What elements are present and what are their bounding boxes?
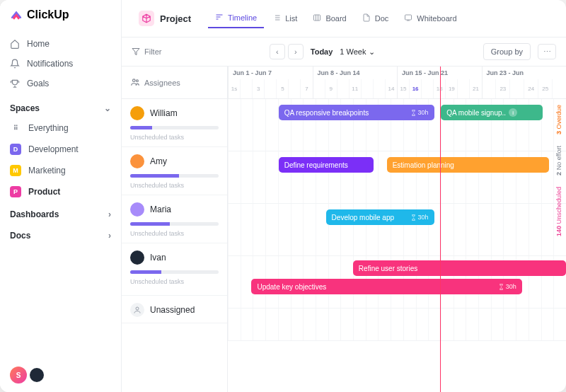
assignee-column: Assignees WilliamUnscheduled tasksAmyUns…: [122, 67, 228, 392]
time-estimate: 30h: [410, 214, 429, 221]
filter-button[interactable]: Filter: [132, 47, 161, 56]
space-chip[interactable]: Project: [132, 7, 198, 30]
sidebar-space-product[interactable]: PProduct: [0, 181, 121, 202]
task-bar[interactable]: QA mobile signup..i: [441, 105, 542, 120]
svg-point-4: [136, 307, 139, 310]
task-bar[interactable]: Estimation planning: [387, 157, 549, 173]
space-badge-icon: D: [10, 144, 21, 155]
task-bar[interactable]: Develop mobile app30h: [326, 209, 434, 225]
view-tab-timeline[interactable]: Timeline: [208, 8, 264, 28]
sidebar-space-marketing[interactable]: MMarketing: [0, 160, 121, 181]
info-icon: i: [509, 108, 517, 117]
timeline-header: Jun 1 - Jun 71s357Jun 8 - Jun 1491114Jun…: [228, 67, 566, 99]
week-label: Jun 23 - Jun: [483, 67, 567, 79]
timeline-row: Refine user storiesUpdate key objectives…: [228, 256, 566, 309]
spaces-header[interactable]: Spaces⌄: [0, 96, 121, 117]
nav-notifications[interactable]: Notifications: [0, 54, 121, 74]
view-tab-board[interactable]: Board: [306, 8, 353, 28]
sidebar-space-development[interactable]: DDevelopment: [0, 139, 121, 160]
today-label[interactable]: Today: [311, 47, 333, 56]
grid-icon: ⠿: [10, 122, 21, 134]
avatar: [130, 250, 144, 265]
chevron-right-icon: ›: [108, 231, 111, 241]
overdue-badge[interactable]: 3 Overdue: [553, 99, 566, 140]
task-bar[interactable]: Define requirements: [279, 157, 374, 173]
chevron-down-icon: ⌄: [369, 47, 375, 57]
nav-goals[interactable]: Goals: [0, 74, 121, 93]
cube-icon: [139, 11, 154, 26]
assignee-row[interactable]: WilliamUnscheduled tasks: [122, 99, 227, 147]
week-label: Jun 1 - Jun 7: [229, 67, 313, 79]
logo-icon: [10, 8, 23, 21]
assignee-header[interactable]: Assignees: [122, 67, 227, 99]
main: Project TimelineListBoardDocWhiteboard F…: [122, 0, 566, 392]
week-label: Jun 8 - Jun 14: [313, 67, 398, 79]
nav-home[interactable]: Home: [0, 34, 121, 54]
timeline-canvas[interactable]: Jun 1 - Jun 71s357Jun 8 - Jun 1491114Jun…: [228, 67, 566, 392]
list-icon: [272, 13, 281, 23]
timeline-next-button[interactable]: ›: [288, 44, 304, 59]
timeline-grid: Assignees WilliamUnscheduled tasksAmyUns…: [122, 67, 566, 392]
progress-bar: [130, 174, 219, 178]
nav-goals-label: Goals: [27, 79, 49, 88]
more-button[interactable]: ⋯: [538, 44, 556, 59]
topbar: Project TimelineListBoardDocWhiteboard: [122, 0, 566, 38]
timeline-prev-button[interactable]: ‹: [270, 44, 285, 59]
space-badge-icon: M: [10, 165, 21, 176]
nav-home-label: Home: [27, 39, 50, 49]
unscheduled-badge[interactable]: 140 Unscheduled: [553, 181, 566, 242]
hourglass-icon: [410, 214, 417, 221]
me-avatar[interactable]: S: [10, 367, 27, 384]
svg-point-3: [136, 79, 138, 81]
brand-name: ClickUp: [27, 8, 69, 21]
board-icon: [313, 13, 321, 23]
chevron-down-icon: ⌄: [104, 103, 111, 113]
docs-header[interactable]: Docs›: [0, 224, 121, 245]
timeline-row: Develop mobile app30h: [228, 204, 566, 256]
timeline-row: Define requirementsEstimation planning: [228, 151, 566, 204]
chevron-right-icon: ›: [108, 209, 111, 219]
toolbar: Filter ‹ › Today 1 Week ⌄ Group by ⋯: [122, 38, 566, 67]
timeline-row: QA responsive breakpoints30hQA mobile si…: [228, 99, 566, 151]
space-name: Project: [160, 13, 191, 24]
unscheduled-label[interactable]: Unscheduled tasks: [130, 182, 219, 189]
people-icon: [130, 77, 140, 88]
time-estimate: 30h: [410, 109, 429, 116]
unscheduled-label[interactable]: Unscheduled tasks: [130, 134, 219, 141]
unscheduled-label[interactable]: Unscheduled tasks: [130, 230, 219, 237]
task-bar[interactable]: QA responsive breakpoints30h: [279, 105, 434, 120]
assignee-row[interactable]: Unassigned: [122, 296, 227, 323]
brand-logo[interactable]: ClickUp: [0, 8, 121, 31]
noeffort-badge[interactable]: 2 No effort: [553, 140, 566, 181]
group-by-button[interactable]: Group by: [483, 43, 531, 60]
sidebar-space-everything[interactable]: ⠿Everything: [0, 117, 121, 139]
avatar: [130, 154, 144, 168]
assignee-row[interactable]: MariaUnscheduled tasks: [122, 195, 227, 243]
task-bar[interactable]: Update key objectives30h: [251, 279, 521, 294]
view-tab-doc[interactable]: Doc: [355, 8, 396, 28]
dashboards-header[interactable]: Dashboards›: [0, 202, 121, 224]
space-badge-icon: P: [10, 186, 21, 197]
hourglass-icon: [498, 284, 504, 290]
range-selector[interactable]: 1 Week ⌄: [340, 47, 375, 57]
filter-icon: [132, 47, 140, 56]
assignee-row[interactable]: IvanUnscheduled tasks: [122, 243, 227, 296]
team-avatar[interactable]: [30, 368, 44, 382]
avatar: [130, 106, 144, 120]
doc-icon: [362, 13, 371, 23]
unscheduled-label[interactable]: Unscheduled tasks: [130, 278, 219, 285]
today-line: [440, 67, 441, 392]
avatar: [130, 202, 144, 217]
view-tabs: TimelineListBoardDocWhiteboard: [208, 8, 463, 28]
task-bar[interactable]: Refine user stories: [353, 260, 566, 276]
right-badges: 3 Overdue 2 No effort 140 Unscheduled: [553, 99, 566, 392]
view-tab-whiteboard[interactable]: Whiteboard: [397, 8, 463, 28]
view-tab-list[interactable]: List: [265, 8, 304, 28]
hourglass-icon: [410, 110, 417, 116]
assignee-row[interactable]: AmyUnscheduled tasks: [122, 147, 227, 195]
sidebar: ClickUp Home Notifications Goals Spaces⌄…: [0, 0, 122, 392]
svg-rect-0: [314, 15, 320, 21]
bell-icon: [10, 59, 20, 69]
progress-bar: [130, 270, 219, 274]
svg-point-2: [133, 79, 136, 81]
